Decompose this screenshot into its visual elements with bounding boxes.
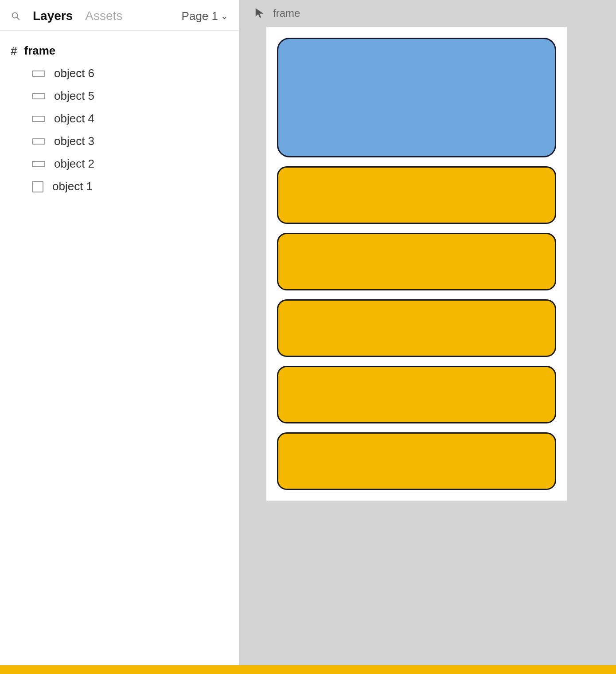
layer-icon-object4: [32, 116, 45, 122]
tab-layers[interactable]: Layers: [33, 9, 73, 23]
frame-layer-label: frame: [24, 44, 55, 58]
layer-frame-row[interactable]: # frame: [0, 39, 239, 62]
frame-hash-icon: #: [11, 45, 17, 57]
design-frame: [266, 27, 567, 501]
rect-thin-icon: [32, 138, 45, 145]
canvas-object4[interactable]: [277, 233, 556, 290]
rect-thin-icon: [32, 93, 45, 99]
sidebar-header: Layers Assets Page 1 ⌄: [0, 0, 239, 31]
canvas-object2[interactable]: [277, 366, 556, 423]
search-icon[interactable]: [11, 11, 20, 21]
svg-line-1: [17, 17, 19, 20]
canvas-frame-title: frame: [273, 7, 300, 20]
rect-thin-icon: [32, 116, 45, 122]
sidebar: Layers Assets Page 1 ⌄ # frame object 6: [0, 0, 239, 674]
layer-item-object1[interactable]: object 1: [0, 175, 239, 198]
layer-label-object3: object 3: [54, 134, 94, 148]
rect-square-icon: [32, 181, 43, 192]
bottom-bar: [0, 665, 616, 674]
layer-item-object4[interactable]: object 4: [0, 107, 239, 130]
layer-item-object2[interactable]: object 2: [0, 153, 239, 175]
layer-item-object3[interactable]: object 3: [0, 130, 239, 153]
layer-label-object2: object 2: [54, 157, 94, 171]
page-label: Page 1: [182, 9, 218, 23]
layer-label-object4: object 4: [54, 112, 94, 125]
layer-icon-object2: [32, 161, 45, 167]
canvas-object1[interactable]: [277, 432, 556, 490]
layer-label-object6: object 6: [54, 67, 94, 80]
chevron-down-icon: ⌄: [221, 11, 228, 21]
layers-tree: # frame object 6 object 5: [0, 31, 239, 674]
layer-icon-object3: [32, 138, 45, 145]
canvas-object3[interactable]: [277, 299, 556, 357]
canvas-area: frame: [239, 0, 616, 674]
layer-item-object6[interactable]: object 6: [0, 62, 239, 85]
page-selector[interactable]: Page 1 ⌄: [182, 9, 228, 23]
cursor-icon: [253, 7, 266, 20]
layer-label-object1: object 1: [52, 180, 93, 193]
rect-thin-icon: [32, 161, 45, 167]
rect-thin-icon: [32, 71, 45, 77]
canvas-object5[interactable]: [277, 166, 556, 224]
app-container: Layers Assets Page 1 ⌄ # frame object 6: [0, 0, 616, 674]
layer-icon-object5: [32, 93, 45, 99]
layer-item-object5[interactable]: object 5: [0, 85, 239, 107]
layer-icon-object1: [32, 181, 43, 192]
canvas-topbar: frame: [239, 0, 314, 27]
layer-icon-object6: [32, 71, 45, 77]
layer-label-object5: object 5: [54, 89, 94, 103]
canvas-object6[interactable]: [277, 38, 556, 157]
tab-assets[interactable]: Assets: [85, 9, 122, 23]
